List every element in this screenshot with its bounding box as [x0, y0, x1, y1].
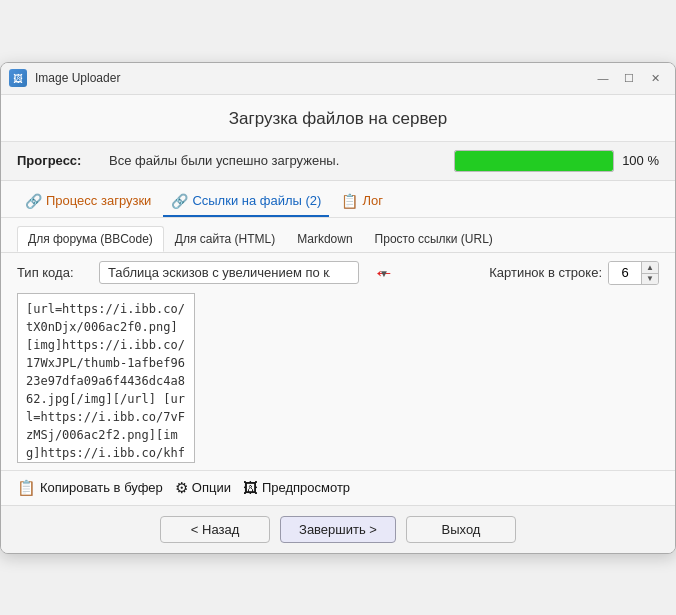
copy-icon: 📋 — [17, 479, 36, 497]
progress-section: Прогресс: Все файлы были успешно загруже… — [1, 142, 675, 181]
code-type-label: Тип кода: — [17, 265, 87, 280]
page-title: Загрузка файлов на сервер — [1, 95, 675, 142]
log-tab-icon: 📋 — [341, 193, 358, 209]
copy-to-clipboard-link[interactable]: 📋 Копировать в буфер — [17, 479, 163, 497]
tab-log-label: Лог — [362, 193, 383, 208]
progress-percent: 100 % — [622, 153, 659, 168]
code-textarea[interactable]: [url=https://i.ibb.co/tX0nDjx/006ac2f0.p… — [17, 293, 195, 463]
images-per-row-label: Картинок в строке: — [489, 265, 602, 280]
action-bar: 📋 Копировать в буфер ⚙ Опции 🖼 Предпросм… — [1, 470, 675, 505]
code-type-select[interactable]: Таблица эскизов с увеличением по клику С… — [99, 261, 359, 284]
preview-link[interactable]: 🖼 Предпросмотр — [243, 479, 350, 496]
minimize-button[interactable]: — — [591, 68, 615, 88]
progress-status: Все файлы были успешно загружены. — [109, 153, 442, 168]
tab-process-label: Процесс загрузки — [46, 193, 151, 208]
footer: < Назад Завершить > Выход — [1, 505, 675, 553]
process-tab-icon: 🔗 — [25, 193, 42, 209]
app-icon: 🖼 — [9, 69, 27, 87]
progress-label: Прогресс: — [17, 153, 97, 168]
spinner-buttons: ▲ ▼ — [641, 262, 658, 284]
images-per-row-control: Картинок в строке: 6 ▲ ▼ — [489, 261, 659, 285]
main-tabs: 🔗 Процесс загрузки 🔗 Ссылки на файлы (2)… — [1, 181, 675, 218]
links-tab-icon: 🔗 — [171, 193, 188, 209]
progress-bar-fill — [455, 151, 613, 171]
options-label: Опции — [192, 480, 231, 495]
finish-button[interactable]: Завершить > — [280, 516, 396, 543]
exit-button[interactable]: Выход — [406, 516, 516, 543]
tab-links-label: Ссылки на файлы (2) — [192, 193, 321, 208]
red-arrow-indicator: ← — [373, 262, 395, 284]
tab-log[interactable]: 📋 Лог — [333, 189, 391, 217]
titlebar-title: Image Uploader — [35, 71, 583, 85]
code-type-row: Тип кода: Таблица эскизов с увеличением … — [1, 253, 675, 293]
tab-links[interactable]: 🔗 Ссылки на файлы (2) — [163, 189, 329, 217]
tab-markdown[interactable]: Markdown — [286, 226, 363, 252]
images-per-row-input[interactable]: 6 — [609, 262, 641, 284]
tab-process[interactable]: 🔗 Процесс загрузки — [17, 189, 159, 217]
tab-url[interactable]: Просто ссылки (URL) — [364, 226, 504, 252]
code-type-select-wrap: Таблица эскизов с увеличением по клику С… — [99, 261, 395, 284]
copy-label: Копировать в буфер — [40, 480, 163, 495]
spinner-down-button[interactable]: ▼ — [642, 273, 658, 284]
app-window: 🖼 Image Uploader — ☐ ✕ Загрузка файлов н… — [0, 62, 676, 554]
code-format-tabs: Для форума (BBCode) Для сайта (HTML) Mar… — [1, 218, 675, 253]
options-icon: ⚙ — [175, 479, 188, 497]
spinner-up-button[interactable]: ▲ — [642, 262, 658, 273]
preview-label: Предпросмотр — [262, 480, 350, 495]
tab-bbcode[interactable]: Для форума (BBCode) — [17, 226, 164, 252]
options-link[interactable]: ⚙ Опции — [175, 479, 231, 497]
tab-html[interactable]: Для сайта (HTML) — [164, 226, 286, 252]
maximize-button[interactable]: ☐ — [617, 68, 641, 88]
close-button[interactable]: ✕ — [643, 68, 667, 88]
progress-bar-wrap: 100 % — [454, 150, 659, 172]
titlebar: 🖼 Image Uploader — ☐ ✕ — [1, 63, 675, 95]
window-content: Загрузка файлов на сервер Прогресс: Все … — [1, 95, 675, 505]
preview-icon: 🖼 — [243, 479, 258, 496]
progress-bar-background — [454, 150, 614, 172]
back-button[interactable]: < Назад — [160, 516, 270, 543]
window-controls: — ☐ ✕ — [591, 68, 667, 88]
